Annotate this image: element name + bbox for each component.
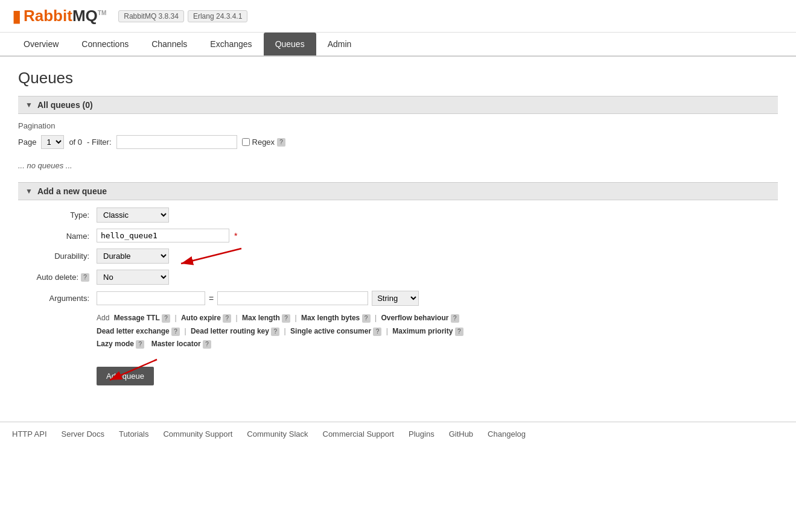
- nav-overview[interactable]: Overview: [12, 33, 70, 55]
- pagination-row: Page 1 of 0 - Filter: Regex ?: [18, 135, 778, 149]
- arg-link-overflow-behaviour[interactable]: Overflow behaviour: [381, 314, 448, 322]
- regex-checkbox[interactable]: [242, 138, 250, 146]
- footer-community-support[interactable]: Community Support: [163, 429, 232, 439]
- arg-link-master-locator[interactable]: Master locator: [151, 340, 201, 348]
- all-queues-label: All queues (0): [37, 100, 93, 110]
- arg-link-auto-expire[interactable]: Auto expire: [181, 314, 221, 322]
- logo-tm: TM: [98, 10, 106, 16]
- footer-tutorials[interactable]: Tutorials: [119, 429, 148, 439]
- overflow-behaviour-help-icon[interactable]: ?: [451, 314, 459, 323]
- add-queue-section-label: Add a new queue: [37, 186, 107, 196]
- all-queues-section-header: ▼ All queues (0): [18, 96, 778, 114]
- message-ttl-help-icon[interactable]: ?: [162, 314, 170, 323]
- auto-expire-help-icon[interactable]: ?: [223, 314, 231, 323]
- arg-type-select[interactable]: String Number Boolean: [372, 291, 419, 306]
- regex-help-icon[interactable]: ?: [277, 138, 285, 147]
- type-row: Type: Classic Quorum: [18, 207, 778, 223]
- auto-delete-label: Auto delete: ?: [18, 270, 97, 282]
- auto-delete-control: No Yes: [97, 270, 169, 285]
- dead-letter-routing-key-help-icon[interactable]: ?: [271, 328, 279, 336]
- add-label: Add: [97, 314, 109, 322]
- add-queue-form: Type: Classic Quorum Name: * Durability:…: [18, 207, 778, 385]
- name-row: Name: *: [18, 229, 778, 242]
- type-select[interactable]: Classic Quorum: [97, 207, 169, 223]
- type-label: Type:: [18, 207, 97, 220]
- master-locator-help-icon[interactable]: ?: [203, 340, 211, 349]
- filter-input[interactable]: [116, 135, 237, 149]
- max-length-help-icon[interactable]: ?: [282, 314, 290, 323]
- header: ▮ RabbitMQTM RabbitMQ 3.8.34 Erlang 24.3…: [0, 0, 796, 33]
- footer-changelog[interactable]: Changelog: [488, 429, 526, 439]
- name-control: *: [97, 229, 237, 242]
- version-rabbitmq: RabbitMQ 3.8.34: [118, 10, 184, 22]
- durability-row: Durability: Durable Transient: [18, 249, 778, 264]
- svg-line-1: [181, 249, 241, 264]
- arg-links: Add Message TTL ? | Auto expire ? | Max …: [97, 312, 778, 351]
- dead-letter-exchange-help-icon[interactable]: ?: [171, 328, 180, 336]
- required-star: *: [234, 231, 237, 241]
- auto-delete-help-icon[interactable]: ?: [81, 273, 89, 282]
- red-arrow-annotation-2: [103, 355, 163, 388]
- main-nav: Overview Connections Channels Exchanges …: [0, 33, 796, 57]
- regex-label: Regex ?: [242, 138, 286, 147]
- arg-link-dead-letter-exchange[interactable]: Dead letter exchange: [97, 327, 170, 335]
- svg-line-3: [110, 359, 157, 380]
- nav-admin[interactable]: Admin: [316, 33, 363, 55]
- pagination-label: Pagination: [18, 121, 778, 130]
- name-input[interactable]: [97, 229, 229, 242]
- page-title: Queues: [18, 69, 778, 87]
- collapse-arrow-icon-2[interactable]: ▼: [25, 187, 33, 195]
- add-queue-section-header: ▼ Add a new queue: [18, 182, 778, 200]
- maximum-priority-help-icon[interactable]: ?: [455, 328, 463, 336]
- version-erlang: Erlang 24.3.4.1: [188, 10, 247, 22]
- arguments-row: Arguments: = String Number Boolean: [18, 291, 778, 306]
- arguments-label: Arguments:: [18, 291, 97, 303]
- auto-delete-select[interactable]: No Yes: [97, 270, 169, 285]
- name-label: Name:: [18, 229, 97, 241]
- logo: ▮ RabbitMQTM: [12, 6, 106, 26]
- arg-link-max-length-bytes[interactable]: Max length bytes: [301, 314, 360, 322]
- durability-control: Durable Transient: [97, 249, 169, 264]
- footer-commercial-support[interactable]: Commercial Support: [323, 429, 395, 439]
- max-length-bytes-help-icon[interactable]: ?: [362, 314, 371, 323]
- type-control: Classic Quorum: [97, 207, 169, 223]
- logo-text: RabbitMQTM: [24, 7, 106, 25]
- arg-link-maximum-priority[interactable]: Maximum priority: [392, 327, 453, 335]
- auto-delete-row: Auto delete: ? No Yes: [18, 270, 778, 285]
- arg-val-input[interactable]: [217, 291, 368, 305]
- arg-link-single-active-consumer[interactable]: Single active consumer: [290, 327, 371, 335]
- footer-github[interactable]: GitHub: [449, 429, 473, 439]
- durability-select[interactable]: Durable Transient: [97, 249, 169, 264]
- nav-connections[interactable]: Connections: [70, 33, 140, 55]
- arg-link-message-ttl[interactable]: Message TTL: [114, 314, 160, 322]
- nav-channels[interactable]: Channels: [140, 33, 199, 55]
- red-arrow-annotation: [175, 242, 247, 273]
- pagination-section: Pagination Page 1 of 0 - Filter: Regex ?: [18, 121, 778, 149]
- footer-community-slack[interactable]: Community Slack: [247, 429, 308, 439]
- arg-link-lazy-mode[interactable]: Lazy mode: [97, 340, 134, 348]
- collapse-arrow-icon[interactable]: ▼: [25, 101, 33, 109]
- no-queues-text: ... no queues ...: [18, 161, 778, 170]
- arguments-control: = String Number Boolean: [97, 291, 419, 306]
- nav-queues[interactable]: Queues: [264, 33, 316, 55]
- add-queue-button-row: Add queue: [18, 361, 778, 385]
- single-active-consumer-help-icon[interactable]: ?: [373, 328, 381, 336]
- arg-link-dead-letter-routing-key[interactable]: Dead letter routing key: [191, 327, 269, 335]
- args-input-row: = String Number Boolean: [97, 291, 419, 306]
- lazy-mode-help-icon[interactable]: ?: [136, 340, 144, 349]
- filter-label: - Filter:: [87, 138, 111, 147]
- footer: HTTP API Server Docs Tutorials Community…: [0, 422, 796, 446]
- durability-label: Durability:: [18, 249, 97, 261]
- of-label: of 0: [69, 138, 82, 147]
- arg-key-input[interactable]: [97, 291, 205, 305]
- footer-plugins[interactable]: Plugins: [409, 429, 435, 439]
- page-label: Page: [18, 138, 36, 147]
- page-select[interactable]: 1: [41, 135, 64, 149]
- equals-sign: =: [209, 294, 214, 303]
- footer-http-api[interactable]: HTTP API: [12, 429, 47, 439]
- arg-link-max-length[interactable]: Max length: [242, 314, 280, 322]
- main-content: Queues ▼ All queues (0) Pagination Page …: [0, 57, 796, 397]
- logo-icon: ▮: [12, 6, 21, 26]
- footer-server-docs[interactable]: Server Docs: [62, 429, 105, 439]
- nav-exchanges[interactable]: Exchanges: [199, 33, 263, 55]
